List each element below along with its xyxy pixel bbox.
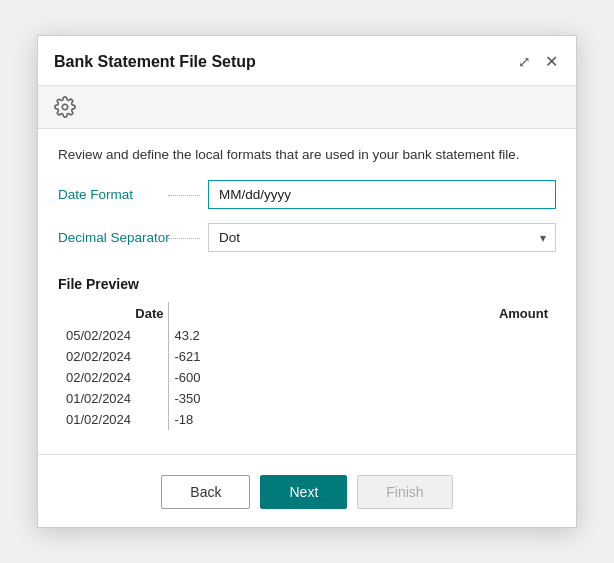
gear-icon [54, 96, 76, 118]
close-icon: ✕ [545, 52, 558, 71]
preview-table-body: 05/02/2024 43.2 02/02/2024 -621 02/02/20… [58, 325, 556, 430]
date-cell: 01/02/2024 [58, 388, 168, 409]
amount-cell: -600 [168, 367, 556, 388]
dialog-title: Bank Statement File Setup [54, 53, 256, 71]
dialog-body: Review and define the local formats that… [38, 129, 576, 440]
back-button[interactable]: Back [161, 475, 250, 509]
preview-table: Date Amount 05/02/2024 43.2 02/02/2024 -… [58, 302, 556, 430]
amount-cell: 43.2 [168, 325, 556, 346]
table-row: 01/02/2024 -18 [58, 409, 556, 430]
preview-table-header: Date Amount [58, 302, 556, 325]
file-preview-title: File Preview [58, 276, 556, 292]
amount-cell: -18 [168, 409, 556, 430]
date-cell: 02/02/2024 [58, 346, 168, 367]
date-cell: 05/02/2024 [58, 325, 168, 346]
amount-cell: -621 [168, 346, 556, 367]
table-row: 02/02/2024 -600 [58, 367, 556, 388]
gear-bar [38, 86, 576, 129]
svg-point-0 [62, 104, 68, 110]
table-row: 01/02/2024 -350 [58, 388, 556, 409]
date-format-label: Date Format [58, 187, 208, 202]
titlebar-actions: ⤢ ✕ [516, 50, 560, 73]
dialog-footer: Back Next Finish [38, 467, 576, 527]
dialog-description: Review and define the local formats that… [58, 147, 556, 162]
date-cell: 02/02/2024 [58, 367, 168, 388]
next-button[interactable]: Next [260, 475, 347, 509]
decimal-separator-label: Decimal Separator [58, 230, 208, 245]
date-format-input[interactable] [208, 180, 556, 209]
decimal-separator-row: Decimal Separator Dot Comma ▾ [58, 223, 556, 252]
expand-icon: ⤢ [518, 53, 531, 71]
close-button[interactable]: ✕ [543, 50, 560, 73]
date-format-row: Date Format [58, 180, 556, 209]
table-row: 02/02/2024 -621 [58, 346, 556, 367]
expand-button[interactable]: ⤢ [516, 51, 533, 73]
dialog-overlay: Bank Statement File Setup ⤢ ✕ Review and… [0, 0, 614, 563]
decimal-separator-wrapper: Dot Comma ▾ [208, 223, 556, 252]
file-preview-section: File Preview Date Amount 05/02/2024 43.2… [58, 276, 556, 430]
table-row: 05/02/2024 43.2 [58, 325, 556, 346]
decimal-separator-select[interactable]: Dot Comma [208, 223, 556, 252]
col-header-amount: Amount [168, 302, 556, 325]
date-cell: 01/02/2024 [58, 409, 168, 430]
col-header-date: Date [58, 302, 168, 325]
dialog-titlebar: Bank Statement File Setup ⤢ ✕ [38, 36, 576, 86]
bank-statement-dialog: Bank Statement File Setup ⤢ ✕ Review and… [37, 35, 577, 528]
finish-button: Finish [357, 475, 452, 509]
footer-divider [38, 454, 576, 455]
amount-cell: -350 [168, 388, 556, 409]
